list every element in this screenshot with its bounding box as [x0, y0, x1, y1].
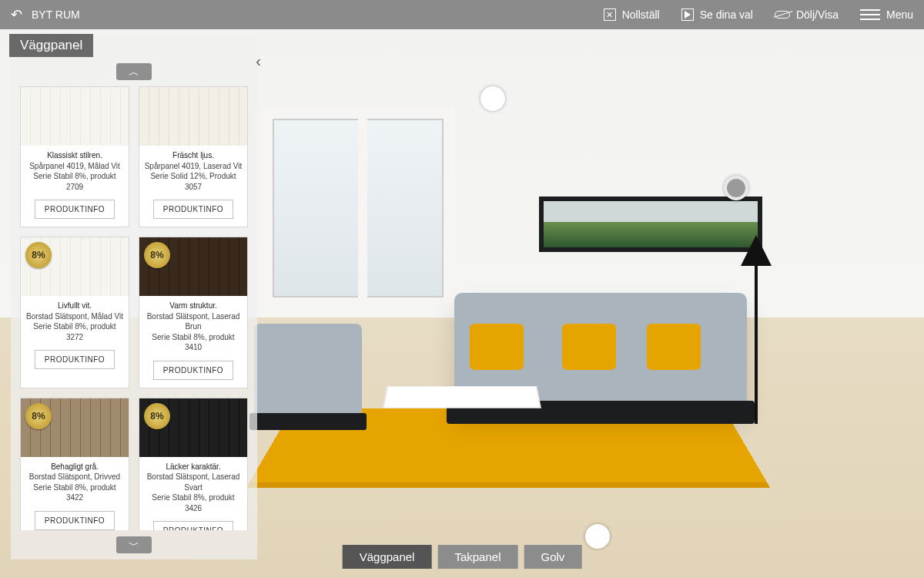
top-toolbar: ↶ BYT RUM ✕ Nollställ Se dina val Dölj/V… [0, 0, 924, 29]
scroll-up-button[interactable]: ︿ [116, 63, 152, 80]
product-title: Behagligt grå. [24, 462, 126, 472]
reset-button[interactable]: ✕ Nollställ [604, 8, 660, 21]
product-title: Läcker karaktär. [142, 462, 244, 472]
product-text: Livfullt vit.Borstad Slätspont, Målad Vi… [21, 296, 129, 345]
menu-button[interactable]: Menu [860, 8, 913, 21]
quality-badge: 8% [144, 403, 170, 429]
product-text: Varm struktur.Borstad Slätspont, Laserad… [139, 296, 247, 356]
product-card[interactable]: Klassiskt stilren.Spårpanel 4019, Målad … [20, 86, 129, 227]
product-info-button[interactable]: PRODUKTINFO [153, 361, 233, 380]
scene-wall-art [539, 197, 762, 252]
toggle-label: Dölj/Visa [796, 8, 839, 21]
scene-coffee-table [383, 386, 541, 408]
menu-label: Menu [886, 8, 913, 21]
product-line2: Serie Solid 12%, Produkt 3057 [142, 171, 244, 192]
product-swatch [139, 87, 247, 146]
product-card[interactable]: 8%Läcker karaktär.Borstad Slätspont, Las… [139, 398, 248, 531]
product-card[interactable]: 8%Varm struktur.Borstad Slätspont, Laser… [139, 237, 248, 388]
choices-label: Se dina val [700, 8, 753, 21]
quality-badge: 8% [25, 242, 52, 268]
product-text: Läcker karaktär.Borstad Slätspont, Laser… [139, 457, 247, 517]
close-icon: ✕ [604, 8, 616, 21]
back-icon[interactable]: ↶ [11, 6, 22, 23]
panel-title: Väggpanel [9, 34, 93, 57]
product-line2: Serie Stabil 8%, produkt 3426 [142, 492, 244, 513]
product-line1: Borstad Slätspont, Drivved [24, 472, 126, 482]
product-line2: Serie Stabil 8%, produkt 3272 [24, 321, 126, 342]
product-grid: Klassiskt stilren.Spårpanel 4019, Målad … [11, 86, 257, 530]
product-line2: Serie Stabil 8%, produkt 3410 [142, 332, 244, 353]
scene-armchair [254, 324, 362, 416]
hamburger-icon [860, 9, 880, 20]
product-card[interactable]: 8%Behagligt grå.Borstad Slätspont, Drivv… [20, 398, 129, 531]
collapse-panel-button[interactable]: ‹ [256, 52, 261, 70]
toggle-visibility-button[interactable]: Dölj/Visa [775, 8, 839, 21]
scroll-down-button[interactable]: ﹀ [116, 536, 152, 553]
scene-pillow [470, 324, 524, 370]
pointer-icon [681, 8, 694, 21]
product-card[interactable]: 8%Livfullt vit.Borstad Slätspont, Målad … [20, 237, 129, 388]
product-text: Behagligt grå.Borstad Slätspont, Drivved… [21, 457, 129, 506]
change-room-button[interactable]: BYT RUM [32, 8, 80, 21]
product-panel: Väggpanel ‹ ︿ Klassiskt stilren.Spårpane… [11, 35, 257, 560]
hotspot-wall[interactable] [724, 176, 748, 200]
reset-label: Nollställ [622, 8, 660, 21]
product-text: Fräscht ljus.Spårpanel 4019, Laserad Vit… [139, 146, 247, 195]
product-title: Fräscht ljus. [142, 150, 244, 161]
scene-pillow [647, 324, 701, 370]
product-card[interactable]: Fräscht ljus.Spårpanel 4019, Laserad Vit… [139, 86, 248, 227]
tab-golv[interactable]: Golv [524, 545, 581, 569]
quality-badge: 8% [144, 242, 170, 268]
scene-floor-lamp [755, 254, 758, 424]
product-line2: Serie Stabil 8%, produkt 3422 [24, 482, 126, 503]
eye-slash-icon [775, 11, 790, 18]
product-swatch [21, 87, 129, 146]
product-text: Klassiskt stilren.Spårpanel 4019, Målad … [21, 146, 129, 195]
product-line1: Spårpanel 4019, Laserad Vit [142, 161, 244, 172]
see-choices-button[interactable]: Se dina val [681, 8, 753, 21]
product-line1: Borstad Slätspont, Laserad Svart [142, 472, 244, 492]
product-info-button[interactable]: PRODUKTINFO [35, 200, 115, 219]
tab-väggpanel[interactable]: Väggpanel [343, 545, 432, 569]
surface-tabs: VäggpanelTakpanelGolv [343, 545, 582, 569]
scene-window [262, 108, 454, 308]
product-line1: Spårpanel 4019, Målad Vit [24, 161, 126, 172]
product-line2: Serie Stabil 8%, produkt 2709 [24, 171, 126, 192]
scene-pillow [562, 324, 616, 370]
quality-badge: 8% [25, 403, 52, 429]
product-info-button[interactable]: PRODUKTINFO [153, 521, 233, 530]
product-title: Livfullt vit. [24, 301, 126, 311]
product-title: Klassiskt stilren. [24, 150, 126, 161]
product-title: Varm struktur. [142, 301, 244, 311]
product-info-button[interactable]: PRODUKTINFO [153, 200, 233, 219]
tab-takpanel[interactable]: Takpanel [437, 545, 517, 569]
product-line1: Borstad Slätspont, Målad Vit [24, 311, 126, 322]
product-info-button[interactable]: PRODUKTINFO [35, 350, 115, 369]
product-info-button[interactable]: PRODUKTINFO [35, 511, 115, 530]
product-line1: Borstad Slätspont, Laserad Brun [142, 311, 244, 332]
hotspot-ceiling[interactable] [480, 86, 505, 111]
hotspot-floor[interactable] [585, 524, 610, 549]
